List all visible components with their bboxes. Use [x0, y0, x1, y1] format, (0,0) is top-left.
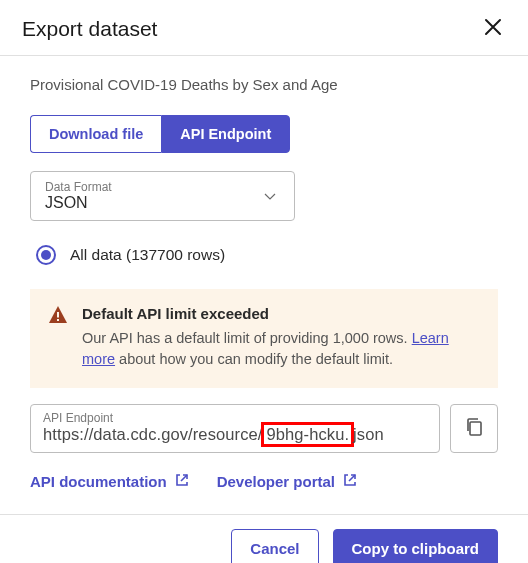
close-button[interactable]: [480, 14, 506, 43]
api-endpoint-field[interactable]: API Endpoint https://data.cdc.gov/resour…: [30, 404, 440, 453]
url-suffix: json: [353, 425, 384, 444]
alert-body: Our API has a default limit of providing…: [82, 328, 480, 370]
svg-rect-1: [57, 319, 59, 321]
alert-text-after: about how you can modify the default lim…: [115, 351, 393, 367]
alert-text-before: Our API has a default limit of providing…: [82, 330, 412, 346]
cancel-button[interactable]: Cancel: [231, 529, 318, 563]
developer-portal-link[interactable]: Developer portal: [217, 473, 357, 490]
caret-down-icon: [264, 187, 276, 205]
dataset-subtitle: Provisional COVID-19 Deaths by Sex and A…: [30, 76, 498, 93]
export-dialog: Export dataset Provisional COVID-19 Deat…: [0, 0, 528, 563]
close-icon: [484, 18, 502, 39]
api-documentation-link[interactable]: API documentation: [30, 473, 189, 490]
external-link-icon: [343, 473, 357, 490]
warning-icon: [48, 305, 68, 370]
all-data-radio-label: All data (137700 rows): [70, 246, 225, 264]
radio-icon: [36, 245, 56, 265]
links-row: API documentation Developer portal: [30, 473, 498, 490]
dialog-title: Export dataset: [22, 17, 157, 41]
endpoint-row: API Endpoint https://data.cdc.gov/resour…: [30, 404, 498, 453]
alert-content: Default API limit exceeded Our API has a…: [82, 305, 480, 370]
api-documentation-label: API documentation: [30, 473, 167, 490]
dialog-header: Export dataset: [0, 0, 528, 55]
alert-title: Default API limit exceeded: [82, 305, 480, 322]
api-endpoint-value: https://data.cdc.gov/resource/9bhg-hcku.…: [43, 425, 427, 444]
all-data-radio-row[interactable]: All data (137700 rows): [36, 245, 498, 265]
copy-to-clipboard-button[interactable]: Copy to clipboard: [333, 529, 499, 563]
tab-download-file[interactable]: Download file: [30, 115, 161, 153]
data-format-value: JSON: [45, 194, 88, 211]
svg-rect-2: [470, 422, 481, 435]
svg-rect-0: [57, 312, 59, 318]
url-id-highlight: 9bhg-hcku.: [261, 422, 354, 447]
data-format-select[interactable]: Data Format JSON: [30, 171, 295, 221]
copy-endpoint-button[interactable]: [450, 404, 498, 453]
api-endpoint-label: API Endpoint: [43, 411, 427, 425]
dialog-body: Provisional COVID-19 Deaths by Sex and A…: [0, 56, 528, 514]
data-format-label: Data Format: [45, 180, 280, 194]
tabs: Download file API Endpoint: [30, 115, 498, 153]
developer-portal-label: Developer portal: [217, 473, 335, 490]
external-link-icon: [175, 473, 189, 490]
dialog-footer: Cancel Copy to clipboard: [0, 515, 528, 563]
tab-api-endpoint[interactable]: API Endpoint: [161, 115, 290, 153]
api-limit-alert: Default API limit exceeded Our API has a…: [30, 289, 498, 388]
url-prefix: https://data.cdc.gov/resource/: [43, 425, 262, 444]
copy-icon: [465, 417, 483, 440]
